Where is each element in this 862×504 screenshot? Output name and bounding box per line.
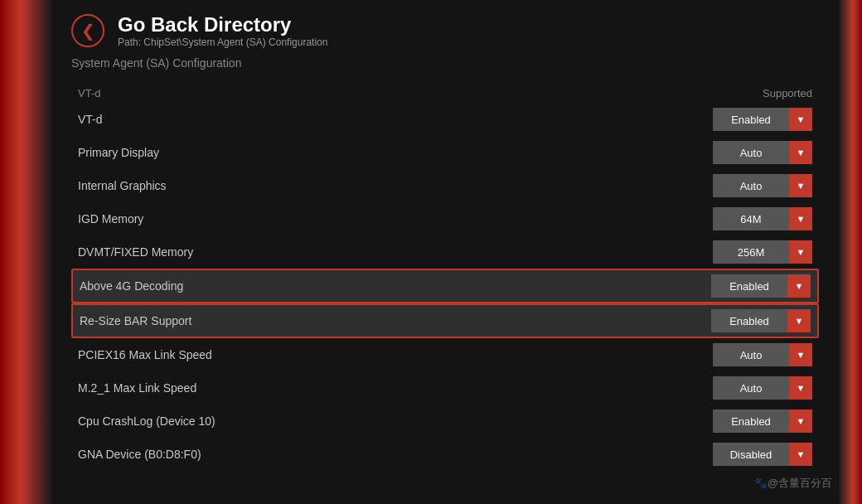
row-value-container-primary-display[interactable]: Auto▼ bbox=[713, 141, 812, 164]
dropdown-arrow-icon-m2-1-max-link-speed: ▼ bbox=[789, 376, 812, 400]
header-text: Go Back Directory Path: ChipSet\System A… bbox=[118, 13, 327, 48]
row-label-primary-display: Primary Display bbox=[78, 146, 159, 159]
row-label-vt-d: VT-d bbox=[78, 113, 103, 126]
dropdown-cpu-crashlog[interactable]: Enabled▼ bbox=[713, 410, 812, 433]
settings-row-gna-device: GNA Device (B0:D8:F0)Disabled▼ bbox=[71, 438, 819, 471]
row-label-m2-1-max-link-speed: M.2_1 Max Link Speed bbox=[78, 381, 196, 395]
settings-row-primary-display: Primary DisplayAuto▼ bbox=[71, 136, 819, 169]
dropdown-label-m2-1-max-link-speed: Auto bbox=[713, 378, 789, 399]
settings-row-cpu-crashlog: Cpu CrashLog (Device 10)Enabled▼ bbox=[71, 405, 819, 438]
column-header-value: Supported bbox=[763, 87, 812, 99]
dropdown-vt-d[interactable]: Enabled▼ bbox=[713, 108, 812, 131]
dropdown-label-re-size-bar-support: Enabled bbox=[711, 311, 787, 332]
settings-row-m2-1-max-link-speed: M.2_1 Max Link SpeedAuto▼ bbox=[71, 371, 819, 405]
dropdown-arrow-icon-cpu-crashlog: ▼ bbox=[789, 410, 812, 433]
dropdown-arrow-icon-gna-device: ▼ bbox=[789, 443, 812, 466]
dropdown-re-size-bar-support[interactable]: Enabled▼ bbox=[711, 309, 811, 332]
dropdown-label-vt-d: Enabled bbox=[713, 109, 789, 130]
dropdown-label-igd-memory: 64M bbox=[713, 209, 789, 230]
dropdown-m2-1-max-link-speed[interactable]: Auto▼ bbox=[713, 376, 812, 400]
settings-row-re-size-bar-support: Re-Size BAR SupportEnabled▼ bbox=[71, 303, 819, 338]
row-value-container-igd-memory[interactable]: 64M▼ bbox=[713, 207, 812, 230]
row-value-container-pciex16-max-link-speed[interactable]: Auto▼ bbox=[713, 343, 812, 366]
dropdown-arrow-icon-pciex16-max-link-speed: ▼ bbox=[789, 343, 812, 366]
side-bar-right bbox=[839, 0, 862, 504]
settings-row-above-4g-decoding: Above 4G DecodingEnabled▼ bbox=[71, 269, 819, 303]
dropdown-label-gna-device: Disabled bbox=[713, 444, 789, 465]
dropdown-arrow-icon-igd-memory: ▼ bbox=[789, 207, 812, 230]
main-content: ❮ Go Back Directory Path: ChipSet\System… bbox=[51, 0, 839, 504]
row-label-re-size-bar-support: Re-Size BAR Support bbox=[80, 314, 191, 327]
settings-row-vt-d: VT-dEnabled▼ bbox=[71, 103, 819, 136]
dropdown-arrow-icon-re-size-bar-support: ▼ bbox=[787, 309, 811, 332]
row-value-container-internal-graphics[interactable]: Auto▼ bbox=[713, 174, 812, 197]
dropdown-label-cpu-crashlog: Enabled bbox=[713, 411, 789, 432]
settings-row-dvmt-fixed-memory: DVMT/FIXED Memory256M▼ bbox=[71, 235, 819, 269]
dropdown-above-4g-decoding[interactable]: Enabled▼ bbox=[711, 274, 811, 298]
dropdown-internal-graphics[interactable]: Auto▼ bbox=[713, 174, 812, 197]
row-label-igd-memory: IGD Memory bbox=[78, 212, 143, 225]
dropdown-label-pciex16-max-link-speed: Auto bbox=[713, 345, 789, 366]
header: ❮ Go Back Directory Path: ChipSet\System… bbox=[71, 13, 819, 48]
row-label-internal-graphics: Internal Graphics bbox=[78, 179, 167, 192]
row-label-above-4g-decoding: Above 4G Decoding bbox=[80, 279, 183, 293]
page-title: Go Back Directory bbox=[118, 13, 327, 36]
back-arrow-icon: ❮ bbox=[81, 22, 95, 39]
settings-row-igd-memory: IGD Memory64M▼ bbox=[71, 202, 819, 235]
back-button[interactable]: ❮ bbox=[71, 14, 104, 47]
dropdown-label-primary-display: Auto bbox=[713, 143, 789, 163]
settings-row-pciex16-max-link-speed: PCIEX16 Max Link SpeedAuto▼ bbox=[71, 338, 819, 371]
row-label-pciex16-max-link-speed: PCIEX16 Max Link Speed bbox=[78, 348, 212, 361]
dropdown-arrow-icon-internal-graphics: ▼ bbox=[789, 174, 812, 197]
side-bar-left bbox=[0, 0, 51, 504]
row-value-container-m2-1-max-link-speed[interactable]: Auto▼ bbox=[713, 376, 812, 400]
row-value-container-cpu-crashlog[interactable]: Enabled▼ bbox=[713, 410, 812, 433]
section-title: System Agent (SA) Configuration bbox=[71, 56, 819, 70]
settings-row-internal-graphics: Internal GraphicsAuto▼ bbox=[71, 169, 819, 202]
dropdown-primary-display[interactable]: Auto▼ bbox=[713, 141, 812, 164]
row-value-container-re-size-bar-support[interactable]: Enabled▼ bbox=[711, 309, 811, 332]
row-label-cpu-crashlog: Cpu CrashLog (Device 10) bbox=[78, 414, 216, 428]
dropdown-arrow-icon-dvmt-fixed-memory: ▼ bbox=[789, 240, 812, 264]
watermark: 🐾@含量百分百 bbox=[754, 476, 832, 491]
dropdown-arrow-icon-primary-display: ▼ bbox=[789, 141, 812, 164]
row-value-container-vt-d[interactable]: Enabled▼ bbox=[713, 108, 812, 131]
column-header-label: VT-d bbox=[78, 87, 100, 99]
breadcrumb: Path: ChipSet\System Agent (SA) Configur… bbox=[118, 36, 327, 48]
dropdown-igd-memory[interactable]: 64M▼ bbox=[713, 207, 812, 230]
row-value-container-dvmt-fixed-memory[interactable]: 256M▼ bbox=[713, 240, 812, 264]
row-label-dvmt-fixed-memory: DVMT/FIXED Memory bbox=[78, 245, 193, 259]
dropdown-gna-device[interactable]: Disabled▼ bbox=[713, 443, 812, 466]
row-label-gna-device: GNA Device (B0:D8:F0) bbox=[78, 448, 201, 461]
dropdown-dvmt-fixed-memory[interactable]: 256M▼ bbox=[713, 240, 812, 264]
dropdown-arrow-icon-above-4g-decoding: ▼ bbox=[787, 274, 811, 298]
column-header-row: VT-d Supported bbox=[71, 83, 819, 103]
settings-list: VT-d Supported VT-dEnabled▼Primary Displ… bbox=[71, 83, 819, 471]
dropdown-pciex16-max-link-speed[interactable]: Auto▼ bbox=[713, 343, 812, 366]
rows-container: VT-dEnabled▼Primary DisplayAuto▼Internal… bbox=[71, 103, 819, 471]
dropdown-label-dvmt-fixed-memory: 256M bbox=[713, 242, 789, 263]
dropdown-label-above-4g-decoding: Enabled bbox=[711, 276, 787, 297]
row-value-container-above-4g-decoding[interactable]: Enabled▼ bbox=[711, 274, 811, 298]
dropdown-arrow-icon-vt-d: ▼ bbox=[789, 108, 812, 131]
dropdown-label-internal-graphics: Auto bbox=[713, 176, 789, 196]
row-value-container-gna-device[interactable]: Disabled▼ bbox=[713, 443, 812, 466]
